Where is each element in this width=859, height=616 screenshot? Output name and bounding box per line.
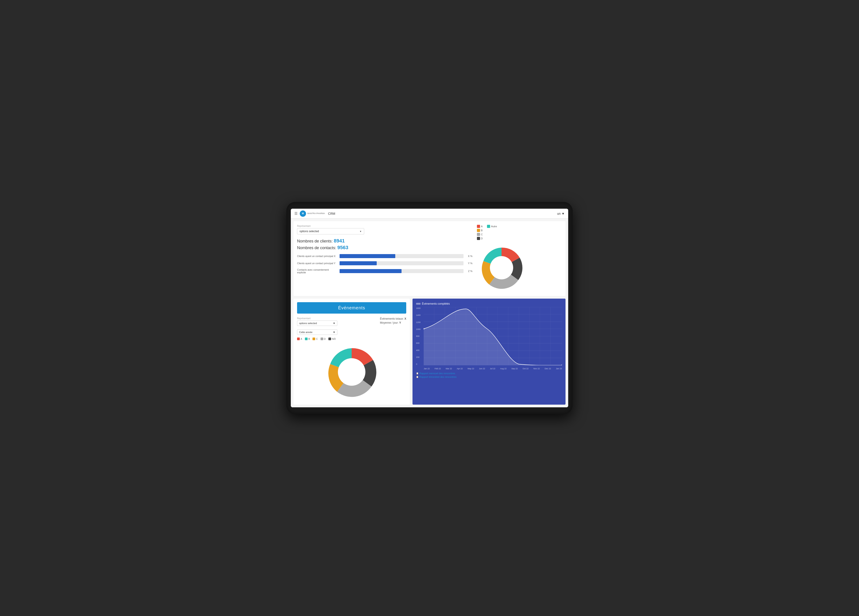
svg-point-25 — [561, 365, 562, 365]
y-axis-label: 1200 — [416, 321, 420, 323]
representant-dropdown[interactable]: options selected ▼ — [297, 228, 364, 234]
report-link-quarterly-text: Rapport trimestriel des rencontres — [419, 376, 456, 378]
progress-label-2: Contacts avec consentement explicite — [297, 268, 337, 274]
year-arrow: ▼ — [333, 331, 335, 334]
report-icon-2: 📋 — [416, 376, 419, 378]
y-axis-label: 1400 — [416, 314, 420, 316]
report-link-monthly[interactable]: 📋 Rapport mensuel des rencontres — [416, 372, 562, 375]
top-section: Représentant options selected ▼ Nombres … — [294, 221, 565, 296]
year-val: Cette année — [299, 331, 312, 334]
dropdown-value: options selected — [300, 230, 319, 233]
clients-label: Nombres de clients: — [297, 239, 333, 243]
report-links: 📋 Rapport mensuel des rencontres 📋 Rappo… — [416, 372, 562, 378]
x-axis-label: Aug 22 — [500, 368, 507, 370]
bl-item-c: C — [312, 337, 318, 340]
moyenne-line: Moyenne / jour: Y — [380, 321, 406, 324]
bl-label-b: B — [308, 338, 310, 340]
rep-form-label: Représentant — [297, 317, 337, 320]
y-axis-label: 400 — [416, 349, 420, 351]
bl-dot-a — [297, 337, 300, 340]
progress-row-1: Clients ayant un contact principal Y Y % — [297, 261, 472, 265]
events-stats: Événements totaux: X Moyenne / jour: Y — [380, 317, 406, 325]
y-axis-label: 0 — [416, 363, 420, 365]
header-left: ☰ M MANTRA PHARMA CRM — [294, 211, 335, 217]
x-axis-label: Jul 22 — [490, 368, 495, 370]
logo-container: M MANTRA PHARMA — [300, 211, 325, 217]
progress-bar-fill-2 — [340, 269, 401, 273]
legend-row-2: B — [477, 229, 497, 232]
legend-color-a — [477, 225, 480, 228]
progress-label-0: Clients ayant un contact principal X — [297, 255, 337, 257]
dropdown-arrow-icon: ▼ — [359, 230, 362, 232]
report-icon-1: 📋 — [416, 372, 419, 374]
progress-bar-fill-0 — [340, 254, 395, 258]
bl-dot-c — [312, 337, 315, 340]
y-axis-labels: 16001400120010008006004002000 — [416, 307, 422, 365]
app-title: CRM — [328, 212, 335, 215]
contacts-stat: Nombres de contacts: 9563 — [297, 245, 472, 251]
logo-icon: M — [300, 211, 306, 217]
legend-row-1: A Autre — [477, 225, 497, 228]
hamburger-icon[interactable]: ☰ — [294, 211, 298, 216]
svg-point-0 — [490, 256, 513, 279]
progress-pct-2: Z % — [466, 270, 472, 273]
rep-dropdown-val: options selected — [299, 322, 317, 324]
chart-svg-wrapper — [424, 307, 562, 365]
events-form-row: Représentant options selected ▼ Cette an… — [297, 317, 406, 335]
x-axis-label: Apr 22 — [457, 368, 463, 370]
report-link-quarterly[interactable]: 📋 Rapport trimestriel des rencontres — [416, 376, 562, 378]
legend-item-d: D — [477, 237, 483, 240]
top-right-panel: A Autre B — [477, 225, 562, 292]
bl-dot-b — [305, 337, 308, 340]
progress-pct-1: Y % — [466, 262, 472, 265]
contacts-value: 9563 — [337, 245, 348, 250]
representant-label: Représentant — [297, 225, 472, 227]
stats-section: Nombres de clients: 8941 Nombres de cont… — [297, 238, 472, 251]
svg-point-1 — [338, 358, 365, 386]
events-totaux-val: X — [405, 317, 406, 320]
events-totaux-line: Événements totaux: X — [380, 317, 406, 320]
user-label: un — [557, 212, 561, 215]
moyenne-label: Moyenne / jour: — [380, 321, 398, 324]
moyenne-val: Y — [399, 321, 401, 324]
chart-legend-dot — [416, 303, 420, 305]
contacts-label: Nombres de contacts: — [297, 246, 336, 250]
top-donut-svg — [477, 243, 526, 292]
clients-stat: Nombres de clients: 8941 — [297, 238, 472, 244]
legend-color-c — [477, 233, 480, 236]
legend-item-c: C — [477, 233, 483, 236]
y-axis-label: 1600 — [416, 307, 420, 309]
x-axis-label: Oct 22 — [523, 368, 529, 370]
line-chart-area: 16001400120010008006004002000 — [416, 307, 562, 370]
bl-item-b: B — [305, 337, 310, 340]
x-axis-label: Mar 22 — [446, 368, 452, 370]
bl-label-c: C — [316, 338, 318, 340]
logo-text: MANTRA PHARMA — [308, 212, 325, 215]
bottom-right-panel: Événements complétés 1600140012001000800… — [412, 299, 565, 405]
top-legend: A Autre B — [477, 225, 497, 240]
bottom-donut-chart — [297, 343, 406, 401]
evenements-button[interactable]: Événements — [297, 302, 406, 313]
y-axis-label: 1000 — [416, 328, 420, 331]
main-content: Représentant options selected ▼ Nombres … — [291, 218, 568, 407]
x-axis-labels: Jan 22Feb 22Mar 22Apr 22May 22Jun 22Jul … — [424, 368, 562, 370]
bottom-donut-svg — [323, 343, 381, 401]
x-axis-label: Nov 22 — [533, 368, 540, 370]
header: ☰ M MANTRA PHARMA CRM un ▼ — [291, 209, 568, 218]
bl-item-a: A — [297, 337, 302, 340]
progress-bar-container-1 — [340, 261, 464, 265]
user-dropdown-icon: ▼ — [561, 212, 565, 215]
user-menu[interactable]: un ▼ — [557, 212, 565, 215]
progress-pct-0: X % — [466, 255, 472, 257]
bl-label-d: D — [324, 338, 326, 340]
x-axis-label: Jan 22 — [424, 368, 430, 370]
legend-label-autre: Autre — [491, 225, 497, 228]
legend-label-d: D — [481, 237, 483, 240]
bl-dot-d — [320, 337, 323, 340]
bottom-legend: A B C D — [297, 337, 406, 340]
bl-item-nd: N/D — [328, 337, 336, 340]
year-dropdown[interactable]: Cette année ▼ — [297, 329, 337, 335]
progress-section: Clients ayant un contact principal X X %… — [297, 254, 472, 274]
progress-row-0: Clients ayant un contact principal X X % — [297, 254, 472, 258]
rep-events-dropdown[interactable]: options selected ▼ — [297, 321, 337, 326]
